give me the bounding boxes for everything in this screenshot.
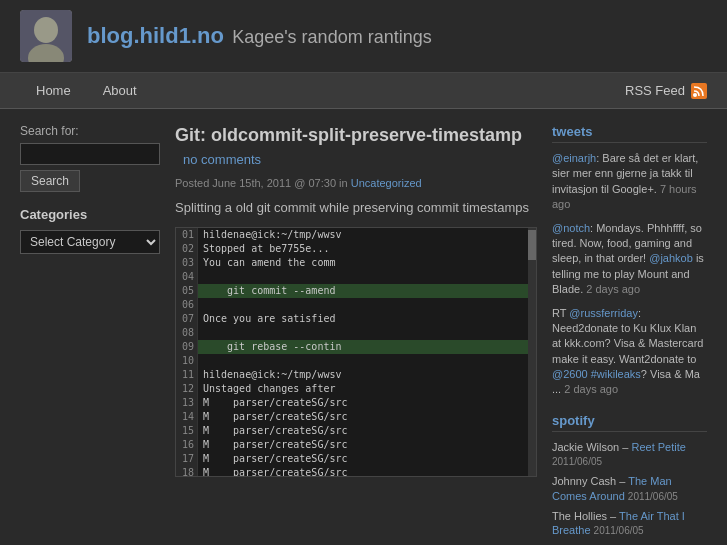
rss-icon	[691, 83, 707, 99]
line-content	[198, 298, 208, 312]
line-content: Once you are satisfied	[198, 312, 340, 326]
line-content: git rebase --contin	[198, 340, 346, 354]
line-number: 06	[176, 298, 198, 312]
tweet-item: @einarjh: Bare så det er klart, sier mer…	[552, 151, 707, 213]
nav-home[interactable]: Home	[20, 75, 87, 106]
category-select[interactable]: Select Category	[20, 230, 160, 254]
code-line: 11hildenae@ick:~/tmp/wwsv	[176, 368, 536, 382]
line-number: 17	[176, 452, 198, 466]
line-content: M parser/createSG/src	[198, 424, 353, 438]
navigation-bar: Home About RSS Feed	[0, 73, 727, 109]
spotify-item[interactable]: Jackie Wilson – Reet Petite 2011/06/05	[552, 440, 707, 469]
nav-about[interactable]: About	[87, 75, 153, 106]
code-line: 04	[176, 270, 536, 284]
tweets-section: tweets @einarjh: Bare så det er klart, s…	[552, 124, 707, 398]
line-number: 15	[176, 424, 198, 438]
line-content	[198, 326, 208, 340]
main-post: Git: oldcommit-split-preserve-timestamp …	[175, 124, 537, 545]
line-number: 03	[176, 256, 198, 270]
line-number: 09	[176, 340, 198, 354]
post-title-text[interactable]: Git: oldcommit-split-preserve-timestamp	[175, 125, 522, 145]
line-content: You can amend the comm	[198, 256, 340, 270]
line-content: Stopped at be7755e...	[198, 242, 334, 256]
tweet-handle[interactable]: @einarjh	[552, 152, 596, 164]
code-line: 14M parser/createSG/src	[176, 410, 536, 424]
line-number: 04	[176, 270, 198, 284]
line-content: M parser/createSG/src	[198, 410, 353, 424]
spotify-date: 2011/06/05	[628, 491, 678, 502]
code-line: 08	[176, 326, 536, 340]
spotify-list: Jackie Wilson – Reet Petite 2011/06/05Jo…	[552, 440, 707, 545]
code-line: 06	[176, 298, 536, 312]
post-meta-text: Posted June 15th, 2011 @ 07:30 in	[175, 177, 348, 189]
spotify-title: spotify	[552, 413, 707, 432]
spotify-item[interactable]: The Hollies – The Air That I Breathe 201…	[552, 509, 707, 538]
svg-point-1	[34, 17, 58, 43]
code-line: 17M parser/createSG/src	[176, 452, 536, 466]
post-comments-link[interactable]: no comments	[183, 152, 261, 167]
tweet-handle[interactable]: @russferriday	[569, 307, 638, 319]
line-content: M parser/createSG/src	[198, 396, 353, 410]
nav-links: Home About	[20, 75, 153, 106]
tweet-link-ref[interactable]: #wikileaks	[591, 368, 641, 380]
spotify-item[interactable]: Johnny Cash – The Man Comes Around 2011/…	[552, 474, 707, 503]
line-number: 01	[176, 228, 198, 242]
code-line: 18M parser/createSG/src	[176, 466, 536, 477]
site-header: blog.hild1.no Kagee's random rantings	[0, 0, 727, 73]
line-number: 14	[176, 410, 198, 424]
line-content	[198, 270, 208, 284]
content-wrapper: Search for: Search Categories Select Cat…	[0, 109, 727, 545]
tweet-handle[interactable]: @notch	[552, 222, 590, 234]
site-tagline: Kagee's random rantings	[232, 27, 432, 47]
tweet-mention[interactable]: @jahkob	[649, 252, 693, 264]
code-line: 02Stopped at be7755e...	[176, 242, 536, 256]
spotify-date: 2011/06/05	[552, 456, 602, 467]
code-line: 09 git rebase --contin	[176, 340, 536, 354]
code-scrollbar[interactable]	[528, 228, 536, 476]
code-lines: 01hildenae@ick:~/tmp/wwsv02Stopped at be…	[176, 228, 536, 477]
tweet-item: @notch: Mondays. Phhhffff, so tired. Now…	[552, 221, 707, 298]
code-line: 05 git commit --amend	[176, 284, 536, 298]
line-content: M parser/createSG/src	[198, 452, 353, 466]
line-number: 05	[176, 284, 198, 298]
search-button[interactable]: Search	[20, 170, 80, 192]
categories-label: Categories	[20, 207, 160, 222]
tweet-time: 2 days ago	[564, 383, 618, 395]
tweet-time: 2 days ago	[586, 283, 640, 295]
code-line: 15M parser/createSG/src	[176, 424, 536, 438]
tweet-time: 7 hours ago	[552, 183, 697, 210]
song-title[interactable]: Reet Petite	[631, 441, 685, 453]
spotify-date: 2011/06/05	[594, 525, 644, 536]
svg-point-3	[693, 93, 697, 97]
post-title: Git: oldcommit-split-preserve-timestamp …	[175, 124, 537, 171]
line-content: Unstaged changes after	[198, 382, 340, 396]
site-title[interactable]: blog.hild1.no	[87, 23, 224, 48]
line-number: 02	[176, 242, 198, 256]
right-sidebar: tweets @einarjh: Bare så det er klart, s…	[552, 124, 707, 545]
header-title-group: blog.hild1.no Kagee's random rantings	[87, 23, 432, 49]
code-line: 01hildenae@ick:~/tmp/wwsv	[176, 228, 536, 242]
rss-label: RSS Feed	[625, 83, 685, 98]
code-line: 10	[176, 354, 536, 368]
line-content: hildenae@ick:~/tmp/wwsv	[198, 368, 346, 382]
line-content	[198, 354, 208, 368]
line-number: 13	[176, 396, 198, 410]
rss-feed-link[interactable]: RSS Feed	[625, 83, 707, 99]
line-number: 07	[176, 312, 198, 326]
code-scrollbar-thumb[interactable]	[528, 230, 536, 260]
code-line: 16M parser/createSG/src	[176, 438, 536, 452]
line-number: 08	[176, 326, 198, 340]
line-content: git commit --amend	[198, 284, 340, 298]
code-line: 07Once you are satisfied	[176, 312, 536, 326]
line-content: M parser/createSG/src	[198, 466, 353, 477]
search-input[interactable]	[20, 143, 160, 165]
line-number: 10	[176, 354, 198, 368]
tweet-mention[interactable]: @2600	[552, 368, 588, 380]
tweets-list: @einarjh: Bare så det er klart, sier mer…	[552, 151, 707, 398]
code-line: 03You can amend the comm	[176, 256, 536, 270]
post-excerpt: Splitting a old git commit while preserv…	[175, 199, 537, 217]
line-number: 18	[176, 466, 198, 477]
post-category[interactable]: Uncategorized	[351, 177, 422, 189]
code-block: 01hildenae@ick:~/tmp/wwsv02Stopped at be…	[175, 227, 537, 477]
spotify-section: spotify Jackie Wilson – Reet Petite 2011…	[552, 413, 707, 545]
